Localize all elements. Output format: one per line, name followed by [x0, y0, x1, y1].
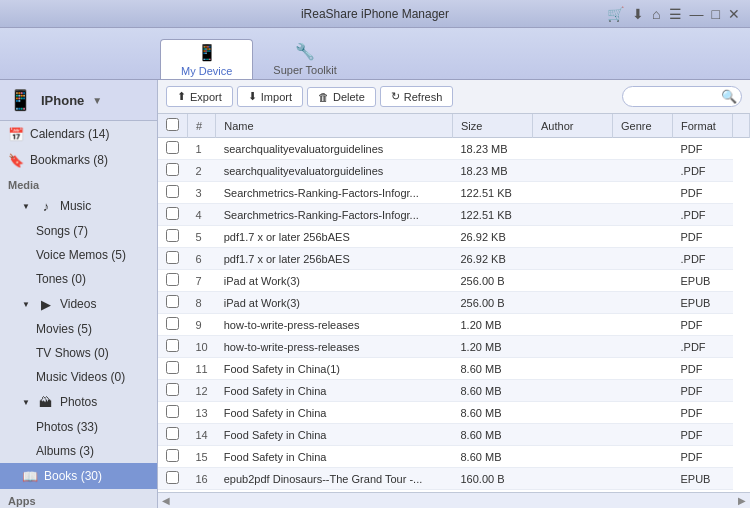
sidebar-item-music[interactable]: ▼ ♪ Music — [0, 193, 157, 219]
table-row[interactable]: 16 epub2pdf Dinosaurs--The Grand Tour -.… — [158, 468, 750, 490]
table-row[interactable]: 12 Food Safety in China 8.60 MB PDF — [158, 380, 750, 402]
row-format: EPUB — [673, 270, 733, 292]
row-checkbox[interactable] — [166, 471, 179, 484]
col-author[interactable]: Author — [533, 114, 613, 138]
videos-icon: ▶ — [38, 296, 54, 312]
download-icon[interactable]: ⬇ — [630, 6, 646, 22]
row-name: epub2pdf Dinosaurs--The Grand Tour -... — [216, 468, 453, 490]
table-row[interactable]: 11 Food Safety in China(1) 8.60 MB PDF — [158, 358, 750, 380]
row-checkbox-cell[interactable] — [158, 292, 188, 314]
table-row[interactable]: 1 searchqualityevaluatorguidelines 18.23… — [158, 138, 750, 160]
search-input[interactable] — [631, 91, 721, 103]
col-size[interactable]: Size — [453, 114, 533, 138]
sidebar-item-photos[interactable]: ▼ 🏔 Photos — [0, 389, 157, 415]
row-checkbox-cell[interactable] — [158, 314, 188, 336]
table-row[interactable]: 13 Food Safety in China 8.60 MB PDF — [158, 402, 750, 424]
table-row[interactable]: 5 pdf1.7 x or later 256bAES 26.92 KB PDF — [158, 226, 750, 248]
row-checkbox-cell[interactable] — [158, 336, 188, 358]
col-genre[interactable]: Genre — [613, 114, 673, 138]
row-checkbox-cell[interactable] — [158, 226, 188, 248]
maximize-icon[interactable]: □ — [710, 6, 722, 22]
row-size: 8.60 MB — [453, 402, 533, 424]
row-checkbox-cell[interactable] — [158, 270, 188, 292]
row-checkbox[interactable] — [166, 383, 179, 396]
row-checkbox[interactable] — [166, 207, 179, 220]
row-checkbox[interactable] — [166, 163, 179, 176]
sidebar-item-albums[interactable]: Albums (3) — [0, 439, 157, 463]
row-checkbox[interactable] — [166, 427, 179, 440]
scroll-right-icon[interactable]: ▶ — [738, 495, 746, 506]
sidebar-item-music-videos[interactable]: Music Videos (0) — [0, 365, 157, 389]
row-checkbox-cell[interactable] — [158, 204, 188, 226]
minimize-icon[interactable]: — — [688, 6, 706, 22]
table-row[interactable]: 3 Searchmetrics-Ranking-Factors-Infogr..… — [158, 182, 750, 204]
sidebar-item-tv-shows[interactable]: TV Shows (0) — [0, 341, 157, 365]
tab-my-device[interactable]: 📱 My Device — [160, 39, 253, 79]
sidebar-item-voice-memos[interactable]: Voice Memos (5) — [0, 243, 157, 267]
title-bar: iReaShare iPhone Manager 🛒 ⬇ ⌂ ☰ — □ ✕ — [0, 0, 750, 28]
sidebar-item-photos-sub[interactable]: Photos (33) — [0, 415, 157, 439]
scroll-left-icon[interactable]: ◀ — [162, 495, 170, 506]
iphone-header[interactable]: 📱 IPhone ▼ — [0, 80, 157, 121]
row-author — [533, 402, 613, 424]
sidebar-item-books[interactable]: 📖 Books (30) — [0, 463, 157, 489]
row-checkbox-cell[interactable] — [158, 248, 188, 270]
table-row[interactable]: 6 pdf1.7 x or later 256bAES 26.92 KB .PD… — [158, 248, 750, 270]
row-checkbox-cell[interactable] — [158, 160, 188, 182]
export-button[interactable]: ⬆ Export — [166, 86, 233, 107]
sidebar-item-songs[interactable]: Songs (7) — [0, 219, 157, 243]
row-checkbox[interactable] — [166, 229, 179, 242]
row-checkbox[interactable] — [166, 405, 179, 418]
row-checkbox[interactable] — [166, 361, 179, 374]
row-checkbox[interactable] — [166, 251, 179, 264]
row-checkbox-cell[interactable] — [158, 182, 188, 204]
cart-icon[interactable]: 🛒 — [605, 6, 626, 22]
row-checkbox[interactable] — [166, 317, 179, 330]
row-name: pdf1.7 x or later 256bAES — [216, 226, 453, 248]
table-row[interactable]: 15 Food Safety in China 8.60 MB PDF — [158, 446, 750, 468]
tab-bar: 📱 My Device 🔧 Super Toolkit — [0, 28, 750, 80]
select-all-checkbox[interactable] — [166, 118, 179, 131]
row-checkbox[interactable] — [166, 339, 179, 352]
sidebar-item-calendars[interactable]: 📅 Calendars (14) — [0, 121, 157, 147]
sidebar-item-bookmarks[interactable]: 🔖 Bookmarks (8) — [0, 147, 157, 173]
refresh-button[interactable]: ↻ Refresh — [380, 86, 454, 107]
row-checkbox-cell[interactable] — [158, 380, 188, 402]
table-row[interactable]: 8 iPad at Work(3) 256.00 B EPUB — [158, 292, 750, 314]
sidebar-item-tones[interactable]: Tones (0) — [0, 267, 157, 291]
tab-super-toolkit[interactable]: 🔧 Super Toolkit — [253, 39, 356, 79]
row-checkbox[interactable] — [166, 141, 179, 154]
row-size: 18.23 MB — [453, 138, 533, 160]
iphone-dropdown-arrow[interactable]: ▼ — [92, 95, 102, 106]
table-row[interactable]: 14 Food Safety in China 8.60 MB PDF — [158, 424, 750, 446]
close-icon[interactable]: ✕ — [726, 6, 742, 22]
col-format[interactable]: Format — [673, 114, 733, 138]
row-checkbox[interactable] — [166, 295, 179, 308]
sidebar-item-videos[interactable]: ▼ ▶ Videos — [0, 291, 157, 317]
table-row[interactable]: 10 how-to-write-press-releases 1.20 MB .… — [158, 336, 750, 358]
row-checkbox[interactable] — [166, 273, 179, 286]
table-row[interactable]: 4 Searchmetrics-Ranking-Factors-Infogr..… — [158, 204, 750, 226]
row-checkbox-cell[interactable] — [158, 138, 188, 160]
books-table: # Name Size Author Genre Format 1 search… — [158, 114, 750, 490]
delete-button[interactable]: 🗑 Delete — [307, 87, 376, 107]
row-checkbox-cell[interactable] — [158, 358, 188, 380]
row-num: 12 — [188, 380, 216, 402]
table-row[interactable]: 7 iPad at Work(3) 256.00 B EPUB — [158, 270, 750, 292]
row-checkbox[interactable] — [166, 449, 179, 462]
row-checkbox-cell[interactable] — [158, 402, 188, 424]
row-checkbox-cell[interactable] — [158, 446, 188, 468]
search-box[interactable]: 🔍 — [622, 86, 742, 107]
import-button[interactable]: ⬇ Import — [237, 86, 303, 107]
row-checkbox[interactable] — [166, 185, 179, 198]
row-name: how-to-write-press-releases — [216, 314, 453, 336]
table-row[interactable]: 9 how-to-write-press-releases 1.20 MB PD… — [158, 314, 750, 336]
home-icon[interactable]: ⌂ — [650, 6, 662, 22]
super-toolkit-icon: 🔧 — [295, 42, 315, 61]
menu-icon[interactable]: ☰ — [667, 6, 684, 22]
col-name[interactable]: Name — [216, 114, 453, 138]
row-checkbox-cell[interactable] — [158, 424, 188, 446]
table-row[interactable]: 2 searchqualityevaluatorguidelines 18.23… — [158, 160, 750, 182]
row-checkbox-cell[interactable] — [158, 468, 188, 490]
sidebar-item-movies[interactable]: Movies (5) — [0, 317, 157, 341]
